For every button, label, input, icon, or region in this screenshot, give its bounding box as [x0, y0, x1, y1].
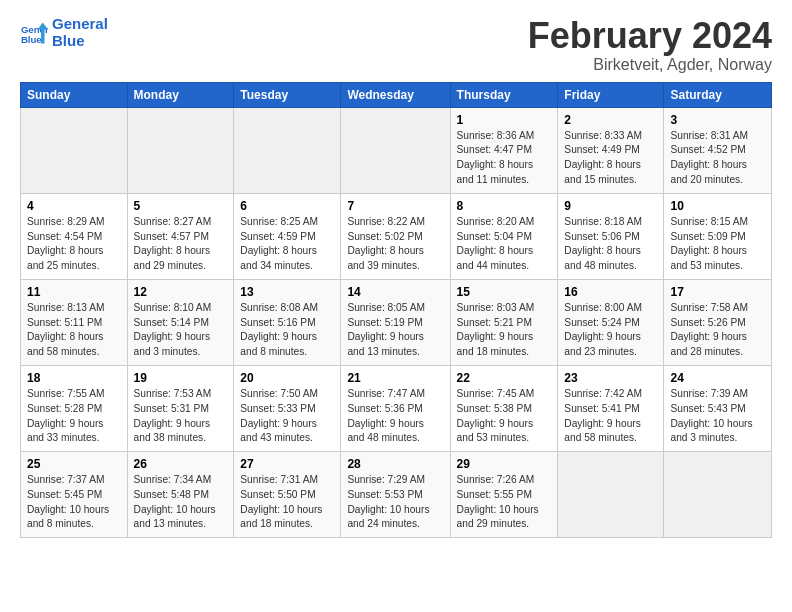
- day-detail: Sunrise: 8:36 AM Sunset: 4:47 PM Dayligh…: [457, 129, 552, 188]
- logo-general: General: [52, 16, 108, 33]
- calendar-cell: 24Sunrise: 7:39 AM Sunset: 5:43 PM Dayli…: [664, 365, 772, 451]
- day-detail: Sunrise: 8:31 AM Sunset: 4:52 PM Dayligh…: [670, 129, 765, 188]
- day-detail: Sunrise: 7:31 AM Sunset: 5:50 PM Dayligh…: [240, 473, 334, 532]
- day-detail: Sunrise: 8:33 AM Sunset: 4:49 PM Dayligh…: [564, 129, 657, 188]
- weekday-wednesday: Wednesday: [341, 82, 450, 107]
- day-detail: Sunrise: 8:10 AM Sunset: 5:14 PM Dayligh…: [134, 301, 228, 360]
- day-detail: Sunrise: 8:03 AM Sunset: 5:21 PM Dayligh…: [457, 301, 552, 360]
- calendar-cell: [664, 452, 772, 538]
- calendar-cell: 4Sunrise: 8:29 AM Sunset: 4:54 PM Daylig…: [21, 193, 128, 279]
- day-number: 25: [27, 457, 121, 471]
- calendar-cell: 1Sunrise: 8:36 AM Sunset: 4:47 PM Daylig…: [450, 107, 558, 193]
- day-number: 13: [240, 285, 334, 299]
- day-detail: Sunrise: 7:45 AM Sunset: 5:38 PM Dayligh…: [457, 387, 552, 446]
- day-detail: Sunrise: 8:08 AM Sunset: 5:16 PM Dayligh…: [240, 301, 334, 360]
- day-number: 26: [134, 457, 228, 471]
- calendar-cell: 21Sunrise: 7:47 AM Sunset: 5:36 PM Dayli…: [341, 365, 450, 451]
- calendar-cell: [234, 107, 341, 193]
- day-number: 11: [27, 285, 121, 299]
- calendar-cell: [21, 107, 128, 193]
- calendar-cell: 19Sunrise: 7:53 AM Sunset: 5:31 PM Dayli…: [127, 365, 234, 451]
- day-number: 3: [670, 113, 765, 127]
- day-number: 10: [670, 199, 765, 213]
- calendar-week-3: 11Sunrise: 8:13 AM Sunset: 5:11 PM Dayli…: [21, 279, 772, 365]
- weekday-monday: Monday: [127, 82, 234, 107]
- day-detail: Sunrise: 7:26 AM Sunset: 5:55 PM Dayligh…: [457, 473, 552, 532]
- day-detail: Sunrise: 7:55 AM Sunset: 5:28 PM Dayligh…: [27, 387, 121, 446]
- calendar-cell: 26Sunrise: 7:34 AM Sunset: 5:48 PM Dayli…: [127, 452, 234, 538]
- weekday-header-row: SundayMondayTuesdayWednesdayThursdayFrid…: [21, 82, 772, 107]
- day-number: 28: [347, 457, 443, 471]
- day-detail: Sunrise: 8:25 AM Sunset: 4:59 PM Dayligh…: [240, 215, 334, 274]
- day-detail: Sunrise: 7:29 AM Sunset: 5:53 PM Dayligh…: [347, 473, 443, 532]
- day-number: 24: [670, 371, 765, 385]
- day-number: 16: [564, 285, 657, 299]
- calendar-cell: 6Sunrise: 8:25 AM Sunset: 4:59 PM Daylig…: [234, 193, 341, 279]
- weekday-saturday: Saturday: [664, 82, 772, 107]
- logo: General Blue General Blue: [20, 16, 108, 49]
- day-detail: Sunrise: 7:47 AM Sunset: 5:36 PM Dayligh…: [347, 387, 443, 446]
- calendar-cell: 17Sunrise: 7:58 AM Sunset: 5:26 PM Dayli…: [664, 279, 772, 365]
- day-detail: Sunrise: 8:29 AM Sunset: 4:54 PM Dayligh…: [27, 215, 121, 274]
- weekday-tuesday: Tuesday: [234, 82, 341, 107]
- day-detail: Sunrise: 7:50 AM Sunset: 5:33 PM Dayligh…: [240, 387, 334, 446]
- day-detail: Sunrise: 7:34 AM Sunset: 5:48 PM Dayligh…: [134, 473, 228, 532]
- day-number: 18: [27, 371, 121, 385]
- day-detail: Sunrise: 8:22 AM Sunset: 5:02 PM Dayligh…: [347, 215, 443, 274]
- calendar-week-4: 18Sunrise: 7:55 AM Sunset: 5:28 PM Dayli…: [21, 365, 772, 451]
- day-number: 19: [134, 371, 228, 385]
- calendar-cell: 14Sunrise: 8:05 AM Sunset: 5:19 PM Dayli…: [341, 279, 450, 365]
- month-title: February 2024: [528, 16, 772, 56]
- day-detail: Sunrise: 8:13 AM Sunset: 5:11 PM Dayligh…: [27, 301, 121, 360]
- weekday-thursday: Thursday: [450, 82, 558, 107]
- day-detail: Sunrise: 7:37 AM Sunset: 5:45 PM Dayligh…: [27, 473, 121, 532]
- day-number: 29: [457, 457, 552, 471]
- calendar-cell: 23Sunrise: 7:42 AM Sunset: 5:41 PM Dayli…: [558, 365, 664, 451]
- day-number: 20: [240, 371, 334, 385]
- day-number: 22: [457, 371, 552, 385]
- day-number: 6: [240, 199, 334, 213]
- calendar-body: 1Sunrise: 8:36 AM Sunset: 4:47 PM Daylig…: [21, 107, 772, 538]
- calendar-week-2: 4Sunrise: 8:29 AM Sunset: 4:54 PM Daylig…: [21, 193, 772, 279]
- title-area: February 2024 Birketveit, Agder, Norway: [528, 16, 772, 74]
- day-detail: Sunrise: 8:18 AM Sunset: 5:06 PM Dayligh…: [564, 215, 657, 274]
- day-number: 9: [564, 199, 657, 213]
- weekday-sunday: Sunday: [21, 82, 128, 107]
- calendar-cell: 11Sunrise: 8:13 AM Sunset: 5:11 PM Dayli…: [21, 279, 128, 365]
- calendar-cell: [127, 107, 234, 193]
- location-title: Birketveit, Agder, Norway: [528, 56, 772, 74]
- day-number: 7: [347, 199, 443, 213]
- calendar-cell: 7Sunrise: 8:22 AM Sunset: 5:02 PM Daylig…: [341, 193, 450, 279]
- calendar-cell: 9Sunrise: 8:18 AM Sunset: 5:06 PM Daylig…: [558, 193, 664, 279]
- calendar-cell: 27Sunrise: 7:31 AM Sunset: 5:50 PM Dayli…: [234, 452, 341, 538]
- svg-text:Blue: Blue: [21, 33, 42, 44]
- calendar-cell: 20Sunrise: 7:50 AM Sunset: 5:33 PM Dayli…: [234, 365, 341, 451]
- day-number: 27: [240, 457, 334, 471]
- day-detail: Sunrise: 7:58 AM Sunset: 5:26 PM Dayligh…: [670, 301, 765, 360]
- day-number: 8: [457, 199, 552, 213]
- day-detail: Sunrise: 8:15 AM Sunset: 5:09 PM Dayligh…: [670, 215, 765, 274]
- calendar-cell: 2Sunrise: 8:33 AM Sunset: 4:49 PM Daylig…: [558, 107, 664, 193]
- day-detail: Sunrise: 8:20 AM Sunset: 5:04 PM Dayligh…: [457, 215, 552, 274]
- day-detail: Sunrise: 7:42 AM Sunset: 5:41 PM Dayligh…: [564, 387, 657, 446]
- calendar-cell: 25Sunrise: 7:37 AM Sunset: 5:45 PM Dayli…: [21, 452, 128, 538]
- header: General Blue General Blue February 2024 …: [20, 16, 772, 74]
- day-detail: Sunrise: 7:39 AM Sunset: 5:43 PM Dayligh…: [670, 387, 765, 446]
- calendar-cell: 22Sunrise: 7:45 AM Sunset: 5:38 PM Dayli…: [450, 365, 558, 451]
- calendar-cell: 13Sunrise: 8:08 AM Sunset: 5:16 PM Dayli…: [234, 279, 341, 365]
- logo-blue: Blue: [52, 33, 108, 50]
- calendar-cell: 8Sunrise: 8:20 AM Sunset: 5:04 PM Daylig…: [450, 193, 558, 279]
- calendar-cell: 12Sunrise: 8:10 AM Sunset: 5:14 PM Dayli…: [127, 279, 234, 365]
- calendar-week-1: 1Sunrise: 8:36 AM Sunset: 4:47 PM Daylig…: [21, 107, 772, 193]
- calendar-table: SundayMondayTuesdayWednesdayThursdayFrid…: [20, 82, 772, 539]
- calendar-cell: 18Sunrise: 7:55 AM Sunset: 5:28 PM Dayli…: [21, 365, 128, 451]
- day-number: 2: [564, 113, 657, 127]
- calendar-week-5: 25Sunrise: 7:37 AM Sunset: 5:45 PM Dayli…: [21, 452, 772, 538]
- day-detail: Sunrise: 8:27 AM Sunset: 4:57 PM Dayligh…: [134, 215, 228, 274]
- calendar-cell: [558, 452, 664, 538]
- logo-icon: General Blue: [20, 19, 48, 47]
- day-detail: Sunrise: 8:00 AM Sunset: 5:24 PM Dayligh…: [564, 301, 657, 360]
- calendar-cell: 15Sunrise: 8:03 AM Sunset: 5:21 PM Dayli…: [450, 279, 558, 365]
- day-number: 4: [27, 199, 121, 213]
- calendar-cell: 16Sunrise: 8:00 AM Sunset: 5:24 PM Dayli…: [558, 279, 664, 365]
